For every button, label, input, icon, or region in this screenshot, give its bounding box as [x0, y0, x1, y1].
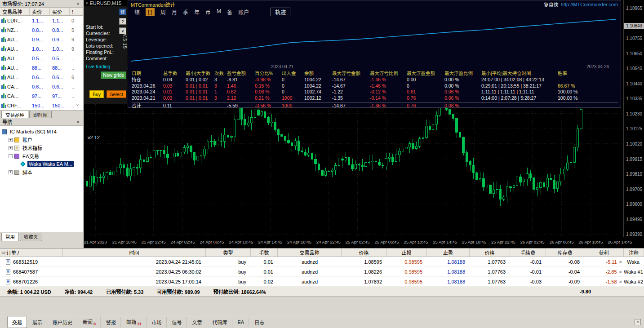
commander-menu-item[interactable]: 综	[134, 8, 140, 16]
orders-column-header[interactable]: 止盈	[427, 248, 470, 257]
orders-column-header[interactable]: 注释	[624, 248, 644, 257]
orders-column-header[interactable]: 类型	[206, 248, 251, 257]
stats-cell: 0.00	[407, 77, 444, 83]
market-watch-row[interactable]: AU... 0.9... 0.9... 9	[0, 35, 83, 44]
tab-common[interactable]: 常用	[1, 233, 19, 241]
order-row[interactable]: 668701226 2023.04.25 17:00:14 buy 0.02 a…	[0, 277, 644, 287]
orders-column-header[interactable]: 价格	[470, 248, 510, 257]
tree-item[interactable]: IC Markets (SC) MT4	[0, 128, 83, 136]
tree-item[interactable]: -EA交易	[0, 152, 83, 160]
market-watch-row[interactable]: AU... 88... 88... ..	[0, 63, 83, 72]
terminal-tab[interactable]: 日志	[250, 317, 269, 328]
terminal-tab[interactable]: 展示	[28, 317, 47, 328]
close-order-icon[interactable]: ×	[619, 259, 622, 265]
scroll-down-icon[interactable]: ⌄	[76, 102, 80, 106]
order-symbol: audnzd	[278, 259, 342, 265]
terminal-tab[interactable]: 市场	[147, 317, 167, 328]
terminal-tab[interactable]: 文章	[188, 317, 207, 328]
brand-url-link[interactable]: http://MTCommander.com	[561, 2, 618, 7]
order-comment: Waka #2	[624, 279, 644, 284]
market-watch-column-header[interactable]: !	[70, 8, 77, 15]
tree-item[interactable]: +脚本	[0, 168, 83, 176]
panel-list-icon[interactable]: ≡	[635, 319, 641, 325]
market-watch-column-header[interactable]: 卖价	[30, 8, 50, 15]
order-open-price: 1.07892	[342, 279, 386, 284]
stats-cell: 0.01 | 0.01	[186, 89, 214, 95]
tree-item[interactable]: +账户	[0, 136, 83, 144]
terminal-tab[interactable]: 新闻9	[78, 316, 101, 328]
order-swap: -0.04	[546, 269, 584, 275]
market-watch-row[interactable]: CA... 97... 97... ..	[0, 91, 83, 101]
orders-column-header[interactable]: 获利	[584, 248, 624, 257]
order-comment: Waka	[624, 259, 644, 265]
market-watch-row[interactable]: NZ... 0.8... 0.8... 5	[0, 25, 83, 35]
order-row[interactable]: 668407587 2023.04.25 06:30:02 buy 0.01 a…	[0, 267, 644, 277]
orders-column-header[interactable]: 库存费	[546, 248, 584, 257]
edit-button[interactable]: 修	[119, 9, 126, 15]
market-watch-row[interactable]: AU... 1.0... 1.0... 9	[0, 44, 83, 53]
terminal-tab[interactable]: 交易	[7, 316, 27, 328]
terminal-tab[interactable]: EA	[233, 318, 249, 327]
orders-column-header[interactable]: 价格	[342, 248, 386, 257]
commander-menu-item[interactable]: 账户	[238, 8, 249, 16]
commander-menu-item[interactable]: 年	[194, 8, 200, 16]
price-scale[interactable]: 1.109651.107551.106501.105451.104401.103…	[623, 0, 644, 237]
close-icon[interactable]: ×	[75, 1, 81, 6]
tab-favorites[interactable]: 收藏夹	[20, 233, 42, 241]
select-button[interactable]: Select	[107, 90, 126, 98]
help-button[interactable]: ?	[119, 18, 126, 25]
collapse-icon[interactable]: -	[9, 154, 13, 158]
terminal-tab[interactable]: 信号	[168, 317, 187, 328]
ask-value: 0.8...	[50, 27, 70, 33]
track-button[interactable]: 轨迹	[271, 8, 290, 16]
stats-cell: 0.03	[163, 83, 186, 89]
time-axis[interactable]: 21 Apr 202321 Apr 18:4521 Apr 22:4524 Ap…	[84, 237, 644, 248]
terminal-tab[interactable]: 账户历史	[48, 317, 77, 328]
market-watch-row[interactable]: AU... 0.6... 0.6... 6	[0, 72, 83, 82]
expand-icon[interactable]: +	[9, 146, 13, 150]
order-type: buy	[206, 259, 251, 265]
collapse-button[interactable]: ∨	[119, 27, 126, 34]
expand-icon[interactable]: +	[9, 138, 13, 142]
commander-menu-item[interactable]: M	[217, 8, 221, 16]
new-grids-button[interactable]: New grids	[101, 71, 126, 79]
tree-item-label: 技术指标	[21, 144, 44, 152]
stats-cell: -9.81	[227, 77, 255, 83]
commander-menu-item[interactable]: 币	[205, 8, 211, 16]
orders-column-header[interactable]: 手续费	[510, 248, 546, 257]
orders-column-header[interactable]: 时间	[63, 248, 206, 257]
orders-column-header[interactable]: 订单 /	[0, 248, 63, 257]
market-watch-column-header[interactable]: 交易品种	[0, 8, 30, 15]
close-order-icon[interactable]: ×	[619, 269, 622, 275]
buy-button[interactable]: Buy	[89, 90, 104, 98]
tree-item[interactable]: Waka Waka EA M...	[0, 160, 83, 168]
orders-column-header[interactable]: 手数	[251, 248, 278, 257]
market-watch-row[interactable]: AU... 0.5... 0.5... ..	[0, 53, 83, 63]
tree-item[interactable]: +f技术指标	[0, 144, 83, 152]
order-row[interactable]: 668312519 2023.04.24 21:45:01 buy 0.01 a…	[0, 257, 644, 267]
stats-cell: 0.06 %	[444, 95, 481, 102]
market-watch-row[interactable]: CA... 0.6... 0.6... ..	[0, 82, 83, 91]
market-watch-column-header[interactable]: 买价	[50, 8, 70, 15]
terminal-tab[interactable]: 邮箱11	[122, 316, 147, 328]
orders-column-header[interactable]: 止损	[386, 248, 427, 257]
commander-menu-item[interactable]: 日	[146, 8, 155, 16]
chart-menu-icon[interactable]: ▾	[86, 1, 88, 5]
commander-menu-item[interactable]: 周	[160, 8, 166, 16]
commander-menu-item[interactable]: 季	[183, 8, 188, 16]
market-watch-row[interactable]: CHF... 150... 150... ..	[0, 101, 83, 110]
balance-item: 预付款比例: 18662.64%	[213, 288, 266, 295]
bid-value: 0.9...	[30, 37, 50, 42]
orders-column-header[interactable]: 交易品种	[278, 248, 342, 257]
commander-menu-item[interactable]: 月	[172, 8, 177, 16]
terminal-tab[interactable]: 警报	[102, 317, 121, 328]
stats-cell: 1.46	[227, 83, 255, 89]
chart-area[interactable]: ▾ EURUSD,M15 v2.12 1.109651.107551.10650…	[84, 0, 644, 248]
market-watch-row[interactable]: EUR... 1.1... 1.1... 0	[0, 16, 83, 25]
close-icon[interactable]: ×	[75, 119, 81, 124]
expand-icon[interactable]: +	[9, 170, 13, 174]
close-order-icon[interactable]: ×	[619, 279, 622, 284]
terminal-tab[interactable]: 代码库	[208, 317, 232, 328]
commander-menu-item[interactable]: 备	[227, 8, 232, 16]
order-doc-icon	[6, 269, 10, 275]
